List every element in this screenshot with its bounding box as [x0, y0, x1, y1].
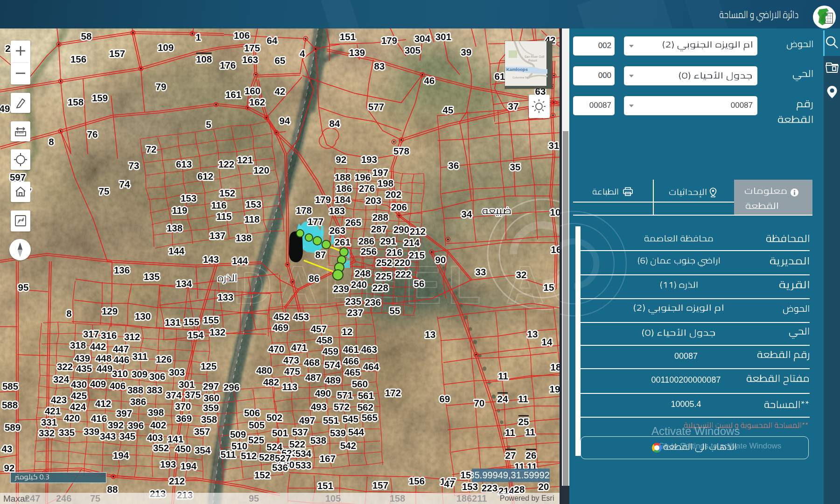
svg-text:301: 301 [435, 31, 451, 42]
svg-text:571: 571 [337, 390, 353, 400]
svg-text:524: 524 [266, 441, 283, 452]
svg-text:374: 374 [166, 390, 182, 400]
svg-text:156: 156 [409, 476, 425, 486]
svg-text:357: 357 [194, 426, 210, 437]
svg-text:152: 152 [219, 188, 235, 198]
svg-text:139: 139 [349, 47, 365, 58]
svg-text:297: 297 [203, 381, 219, 392]
svg-text:612: 612 [197, 171, 213, 182]
svg-text:94: 94 [280, 115, 290, 126]
svg-text:134: 134 [176, 278, 192, 289]
svg-text:339: 339 [84, 426, 99, 437]
svg-text:36: 36 [448, 160, 459, 171]
svg-text:589: 589 [5, 422, 21, 433]
svg-text:106: 106 [234, 30, 250, 41]
svg-text:14: 14 [542, 336, 553, 347]
svg-text:463: 463 [361, 344, 377, 355]
svg-text:464: 464 [363, 361, 379, 372]
svg-text:65: 65 [275, 55, 286, 66]
svg-text:248: 248 [355, 268, 371, 279]
svg-text:465: 465 [344, 367, 360, 378]
svg-text:301: 301 [179, 379, 195, 390]
svg-text:11: 11 [505, 427, 515, 438]
svg-text:55: 55 [390, 305, 400, 316]
svg-text:459: 459 [322, 346, 338, 357]
svg-text:512: 512 [241, 450, 257, 461]
svg-text:343: 343 [100, 431, 116, 441]
svg-text:178: 178 [296, 205, 312, 216]
svg-text:578: 578 [393, 146, 409, 156]
svg-text:34: 34 [462, 209, 472, 219]
svg-text:193: 193 [361, 154, 377, 165]
svg-text:120: 120 [253, 165, 269, 175]
svg-text:144: 144 [168, 245, 185, 256]
svg-text:196: 196 [355, 172, 371, 182]
svg-text:538: 538 [310, 435, 326, 446]
svg-text:130: 130 [135, 311, 151, 322]
svg-text:388: 388 [127, 385, 143, 395]
svg-text:276: 276 [359, 183, 375, 194]
svg-text:157: 157 [372, 480, 388, 490]
svg-text:528: 528 [259, 452, 275, 462]
svg-text:286: 286 [358, 236, 374, 246]
svg-text:153: 153 [245, 199, 261, 210]
svg-text:487: 487 [305, 372, 321, 383]
svg-text:19: 19 [550, 384, 560, 394]
svg-text:256: 256 [361, 246, 377, 257]
svg-text:305: 305 [405, 45, 420, 56]
svg-text:144: 144 [232, 255, 248, 266]
svg-text:435: 435 [76, 363, 92, 374]
svg-text:265: 265 [345, 217, 361, 228]
svg-text:240: 240 [351, 279, 367, 290]
svg-text:49: 49 [0, 103, 10, 114]
svg-text:118: 118 [244, 214, 259, 224]
svg-text:13: 13 [527, 329, 538, 339]
svg-text:574: 574 [324, 359, 341, 370]
svg-text:375: 375 [185, 389, 201, 400]
svg-text:72: 72 [146, 144, 157, 154]
svg-text:452: 452 [273, 311, 289, 322]
svg-text:177: 177 [308, 216, 323, 227]
svg-text:317: 317 [83, 329, 99, 339]
svg-text:577: 577 [368, 101, 384, 112]
svg-text:354: 354 [195, 445, 211, 455]
svg-text:316: 316 [101, 330, 117, 341]
svg-text:159: 159 [92, 92, 108, 103]
svg-text:290: 290 [393, 224, 409, 235]
svg-text:449: 449 [97, 363, 112, 374]
svg-text:125: 125 [201, 361, 217, 371]
svg-text:162: 162 [249, 97, 265, 107]
svg-text:597: 597 [10, 172, 26, 182]
svg-text:132: 132 [210, 327, 225, 337]
svg-text:39: 39 [461, 47, 472, 57]
svg-text:11: 11 [498, 371, 508, 381]
svg-text:506: 506 [244, 407, 260, 418]
svg-text:261: 261 [335, 237, 350, 247]
svg-text:332: 332 [39, 427, 55, 438]
svg-text:58: 58 [81, 31, 92, 42]
svg-text:490: 490 [315, 388, 331, 399]
svg-text:551: 551 [323, 415, 339, 426]
svg-text:76: 76 [87, 129, 98, 140]
svg-text:402: 402 [150, 420, 166, 430]
svg-text:473: 473 [283, 355, 299, 365]
svg-text:252: 252 [376, 257, 392, 268]
svg-text:193: 193 [160, 459, 176, 469]
svg-text:87: 87 [315, 249, 326, 260]
svg-text:533: 533 [295, 460, 311, 470]
svg-text:324: 324 [53, 374, 70, 385]
svg-text:69: 69 [440, 393, 450, 404]
svg-text:406: 406 [110, 380, 126, 391]
svg-text:137: 137 [210, 230, 225, 241]
svg-text:296: 296 [224, 382, 239, 392]
svg-text:20: 20 [539, 481, 549, 492]
svg-text:172: 172 [385, 387, 401, 398]
svg-text:502: 502 [266, 412, 282, 423]
svg-text:18: 18 [551, 362, 560, 372]
svg-text:409: 409 [90, 378, 106, 389]
svg-text:398: 398 [148, 407, 164, 418]
svg-text:430: 430 [71, 379, 87, 390]
svg-text:318: 318 [70, 340, 86, 350]
svg-text:392: 392 [108, 420, 124, 430]
svg-text:31: 31 [549, 140, 560, 151]
